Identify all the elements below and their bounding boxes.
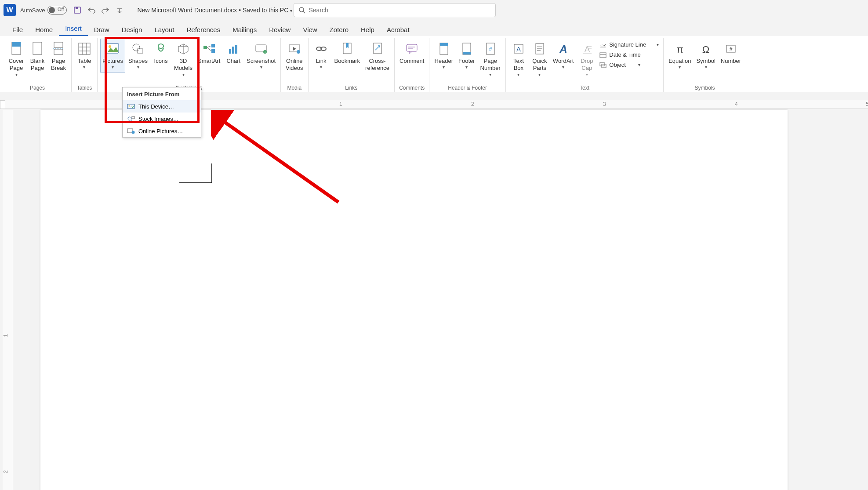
cross-reference-button[interactable]: Cross- reference: [363, 39, 392, 74]
svg-rect-58: [600, 53, 606, 58]
shapes-button[interactable]: Shapes▾: [126, 39, 150, 73]
page-break-button[interactable]: Page Break: [48, 39, 69, 74]
link-button[interactable]: Link▾: [311, 39, 331, 73]
group-label-symbols: Symbols: [695, 83, 715, 91]
header-button[interactable]: Header▾: [432, 39, 455, 73]
page[interactable]: [40, 110, 788, 490]
svg-line-3: [303, 11, 305, 13]
drop-cap-button[interactable]: A Drop Cap▾: [577, 39, 597, 80]
number-button[interactable]: # Number: [719, 39, 743, 67]
chevron-down-icon: ▾: [290, 8, 292, 13]
group-label-comments: Comments: [399, 83, 425, 91]
group-tables: Table▾ Tables: [72, 38, 98, 92]
table-button[interactable]: Table▾: [74, 39, 94, 73]
date-time-button[interactable]: Date & Time: [598, 51, 661, 59]
pictures-icon: [105, 41, 120, 57]
svg-rect-20: [211, 44, 215, 47]
search-box[interactable]: [294, 3, 496, 17]
svg-text:π: π: [676, 44, 683, 54]
tab-zotero[interactable]: Zotero: [323, 23, 355, 36]
icons-icon: [153, 41, 169, 57]
ruler-tick-v: 2: [3, 470, 13, 473]
tab-design[interactable]: Design: [116, 23, 149, 36]
svg-rect-25: [232, 47, 234, 54]
redo-button[interactable]: [99, 4, 112, 16]
vertical-ruler[interactable]: 1 2: [3, 110, 13, 490]
number-icon: #: [723, 41, 739, 57]
svg-rect-10: [79, 43, 90, 54]
tab-help[interactable]: Help: [355, 23, 381, 36]
search-input[interactable]: [309, 7, 491, 14]
svg-rect-48: [536, 44, 544, 54]
pictures-button[interactable]: Pictures▾: [100, 39, 125, 73]
dropdown-item-stock-images[interactable]: Stock Images…: [123, 113, 201, 125]
tab-draw[interactable]: Draw: [88, 23, 116, 36]
bookmark-icon: [339, 41, 355, 57]
shapes-icon: [130, 41, 146, 57]
undo-button[interactable]: [85, 4, 98, 16]
smartart-button[interactable]: SmartArt: [196, 39, 222, 67]
tab-home[interactable]: Home: [29, 23, 59, 36]
document-title[interactable]: New Microsoft Word Document.docx • Saved…: [137, 7, 292, 14]
signature-line-button[interactable]: Signature Line▾: [598, 40, 661, 49]
group-media: Online Videos Media: [281, 38, 309, 92]
tab-acrobat[interactable]: Acrobat: [381, 23, 416, 36]
object-icon: [599, 62, 607, 68]
group-label-pages: Pages: [30, 83, 45, 91]
tab-view[interactable]: View: [297, 23, 323, 36]
cover-page-button[interactable]: Cover Page▾: [6, 39, 26, 80]
chart-button[interactable]: Chart: [223, 39, 243, 67]
svg-marker-31: [293, 47, 296, 51]
table-icon: [76, 41, 92, 57]
group-label-hf: Header & Footer: [448, 83, 487, 91]
blank-page-button[interactable]: Blank Page: [27, 39, 47, 74]
svg-line-69: [131, 120, 133, 121]
tab-mailings[interactable]: Mailings: [226, 23, 263, 36]
equation-icon: π: [672, 41, 688, 57]
page-number-button[interactable]: # Page Number▾: [478, 39, 503, 80]
svg-rect-19: [203, 46, 207, 49]
group-label-tables: Tables: [77, 83, 92, 91]
qat-customize-button[interactable]: [113, 4, 126, 16]
equation-button[interactable]: π Equation▾: [666, 39, 693, 73]
tab-references[interactable]: References: [180, 23, 226, 36]
object-button[interactable]: Object▾: [598, 61, 661, 69]
group-label-text: Text: [580, 83, 589, 91]
save-button[interactable]: [71, 4, 84, 16]
group-pages: Cover Page▾ Blank Page Page Break Pages: [4, 38, 72, 92]
svg-rect-70: [132, 116, 134, 119]
page-number-icon: #: [483, 41, 498, 57]
tab-review[interactable]: Review: [263, 23, 297, 36]
smartart-icon: [201, 41, 217, 57]
footer-button[interactable]: Footer▾: [456, 39, 477, 73]
comment-button[interactable]: Comment: [397, 39, 426, 67]
quick-parts-button[interactable]: Quick Parts▾: [530, 39, 550, 80]
cross-ref-icon: [370, 41, 385, 57]
svg-line-23: [207, 47, 211, 51]
wordart-button[interactable]: A WordArt▾: [551, 39, 576, 73]
svg-rect-26: [235, 45, 237, 54]
bookmark-button[interactable]: Bookmark: [332, 39, 363, 67]
symbol-button[interactable]: Ω Symbol▾: [694, 39, 717, 73]
svg-rect-37: [407, 44, 417, 51]
document-area[interactable]: [13, 110, 868, 490]
tab-file[interactable]: File: [6, 23, 29, 36]
svg-text:#: #: [730, 46, 733, 52]
dropdown-item-label: Stock Images…: [138, 116, 179, 122]
word-app-icon: W: [4, 4, 16, 16]
text-box-button[interactable]: A Text Box▾: [508, 39, 529, 80]
dropdown-item-online-pictures[interactable]: Online Pictures…: [123, 125, 201, 137]
dropdown-item-this-device[interactable]: This Device…: [123, 100, 201, 113]
tab-layout[interactable]: Layout: [148, 23, 180, 36]
calendar-icon: [599, 52, 607, 58]
icons-button[interactable]: Icons: [151, 39, 171, 67]
autosave-toggle[interactable]: AutoSave Off: [20, 6, 67, 15]
tab-insert[interactable]: Insert: [59, 22, 88, 36]
online-videos-button[interactable]: Online Videos: [283, 39, 305, 74]
svg-rect-24: [229, 49, 231, 54]
online-pictures-icon: [127, 127, 135, 134]
screenshot-button[interactable]: + Screenshot▾: [244, 39, 278, 73]
3d-models-button[interactable]: 3D Models▾: [172, 39, 195, 80]
svg-point-67: [129, 105, 130, 107]
group-illustrations: Pictures▾ Shapes▾ Icons 3D Models▾ Smart…: [98, 38, 281, 92]
